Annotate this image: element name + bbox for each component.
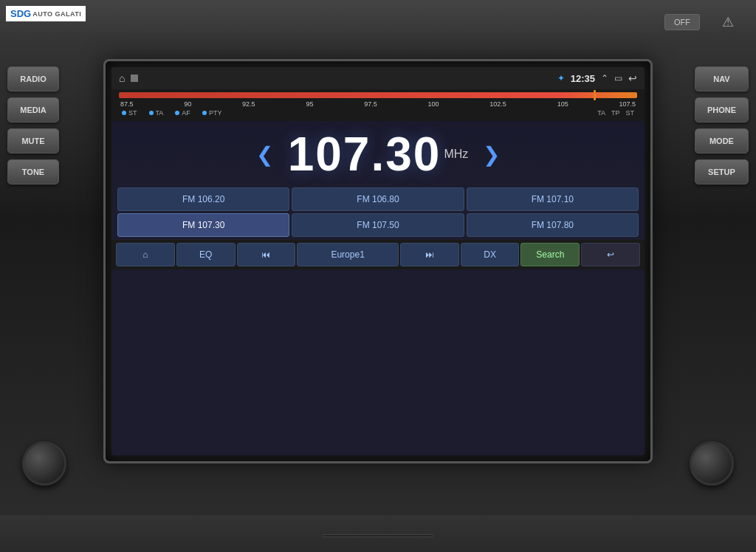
head-unit-frame: ⌂ ✦ 12:35 ⌃ ▭ ↩ 87.5 90 92.5 95 97.5 bbox=[103, 59, 653, 463]
status-left: ⌂ bbox=[119, 72, 138, 84]
frequency-unit: MHz bbox=[444, 134, 468, 161]
preset-1[interactable]: FM 106.20 bbox=[117, 187, 289, 211]
preset-3[interactable]: FM 107.10 bbox=[467, 187, 639, 211]
status-right: ✦ 12:35 ⌃ ▭ ↩ bbox=[557, 72, 637, 84]
dx-button[interactable]: DX bbox=[461, 243, 520, 266]
scale-105: 105 bbox=[557, 100, 568, 108]
freq-next-arrow[interactable]: ❯ bbox=[468, 142, 515, 167]
back-nav-icon[interactable]: ↩ bbox=[628, 72, 637, 84]
screen: ⌂ ✦ 12:35 ⌃ ▭ ↩ 87.5 90 92.5 95 97.5 bbox=[111, 67, 645, 455]
tone-button[interactable]: TONE bbox=[7, 159, 59, 184]
home-toolbar-icon: ⌂ bbox=[142, 249, 148, 260]
right-controls: NAV PHONE MODE SETUP bbox=[695, 66, 749, 184]
frequency-display: ❮ 107.30 MHz ❯ bbox=[111, 121, 645, 187]
phone-button[interactable]: PHONE bbox=[695, 97, 749, 123]
bluetooth-icon: ✦ bbox=[557, 73, 565, 83]
preset-6[interactable]: FM 107.80 bbox=[467, 213, 639, 237]
dashboard-top: SDG AUTO GALATI OFF ⚠ bbox=[0, 0, 756, 44]
status-time: 12:35 bbox=[571, 73, 595, 84]
af-indicator: AF bbox=[175, 109, 190, 117]
pty-label: PTY bbox=[209, 109, 222, 117]
mode-button[interactable]: MODE bbox=[695, 128, 749, 153]
af-dot bbox=[175, 111, 179, 115]
cd-slot bbox=[323, 534, 433, 537]
scale-90: 90 bbox=[184, 100, 191, 108]
next-icon: ⏭ bbox=[425, 249, 434, 260]
tp-label: TP bbox=[611, 109, 620, 117]
square-icon bbox=[131, 75, 138, 82]
st2-label: ST bbox=[625, 109, 634, 117]
ta-label: TA bbox=[156, 109, 164, 117]
back-button[interactable]: ↩ bbox=[581, 243, 640, 266]
right-knob[interactable] bbox=[690, 441, 734, 486]
frequency-scale: 87.5 90 92.5 95 97.5 100 102.5 105 107.5 bbox=[119, 100, 637, 108]
frequency-value: 107.30 bbox=[288, 127, 441, 182]
media-button[interactable]: MEDIA bbox=[7, 97, 59, 123]
off-button[interactable]: OFF bbox=[664, 14, 700, 30]
freq-indicators: ST TA AF PTY TA TP ST bbox=[119, 108, 637, 118]
home-toolbar-button[interactable]: ⌂ bbox=[116, 243, 175, 266]
radio-button[interactable]: RADIO bbox=[7, 66, 59, 92]
st-indicator: ST bbox=[122, 109, 137, 117]
mute-button[interactable]: MUTE bbox=[7, 128, 59, 153]
scale-87: 87.5 bbox=[120, 100, 134, 108]
ta-indicator: TA bbox=[149, 109, 164, 117]
left-controls: RADIO MEDIA MUTE TONE bbox=[7, 66, 59, 184]
hazard-icon[interactable]: ⚠ bbox=[722, 14, 734, 30]
status-bar: ⌂ ✦ 12:35 ⌃ ▭ ↩ bbox=[111, 67, 645, 89]
ta-tp-group: TA TP ST bbox=[597, 109, 634, 117]
preset-4[interactable]: FM 107.30 bbox=[117, 213, 289, 237]
scale-102: 102.5 bbox=[489, 100, 506, 108]
home-icon-small: ⌂ bbox=[119, 72, 125, 84]
station-name[interactable]: Europe1 bbox=[297, 243, 399, 266]
dashboard-bottom bbox=[0, 515, 756, 552]
scale-92: 92.5 bbox=[242, 100, 255, 108]
scale-97: 97.5 bbox=[364, 100, 377, 108]
eq-button[interactable]: EQ bbox=[176, 243, 236, 266]
next-station-button[interactable]: ⏭ bbox=[400, 243, 459, 266]
pty-dot bbox=[202, 111, 207, 115]
freq-prev-arrow[interactable]: ❮ bbox=[241, 142, 288, 167]
st-label: ST bbox=[128, 109, 137, 117]
ta-dot bbox=[149, 111, 154, 115]
presets-grid: FM 106.20 FM 106.80 FM 107.10 FM 107.30 … bbox=[111, 187, 645, 237]
preset-5[interactable]: FM 107.50 bbox=[292, 213, 464, 237]
nav-button[interactable]: NAV bbox=[695, 66, 749, 92]
frequency-bar[interactable] bbox=[119, 92, 637, 98]
search-button[interactable]: Search bbox=[520, 243, 580, 266]
logo-brand: SDG bbox=[10, 8, 31, 19]
pty-indicator: PTY bbox=[202, 109, 222, 117]
scale-95: 95 bbox=[306, 100, 313, 108]
expand-icon[interactable]: ⌃ bbox=[601, 73, 608, 83]
back-icon: ↩ bbox=[607, 249, 614, 260]
scale-107: 107.5 bbox=[619, 100, 636, 108]
left-knob[interactable] bbox=[22, 441, 66, 486]
toolbar: ⌂ EQ ⏮ Europe1 ⏭ DX Search ↩ bbox=[111, 240, 645, 269]
frequency-needle bbox=[594, 90, 596, 100]
window-icon[interactable]: ▭ bbox=[614, 73, 622, 83]
prev-icon: ⏮ bbox=[261, 249, 270, 260]
sdg-logo: SDG AUTO GALATI bbox=[6, 6, 86, 21]
prev-station-button[interactable]: ⏮ bbox=[237, 243, 296, 266]
af-label: AF bbox=[182, 109, 190, 117]
scale-100: 100 bbox=[428, 100, 439, 108]
preset-2[interactable]: FM 106.80 bbox=[292, 187, 464, 211]
logo-name: AUTO GALATI bbox=[32, 10, 81, 18]
setup-button[interactable]: SETUP bbox=[695, 159, 749, 184]
ta2-label: TA bbox=[597, 109, 605, 117]
st-dot bbox=[122, 111, 126, 115]
frequency-slider-area: 87.5 90 92.5 95 97.5 100 102.5 105 107.5… bbox=[111, 89, 645, 121]
